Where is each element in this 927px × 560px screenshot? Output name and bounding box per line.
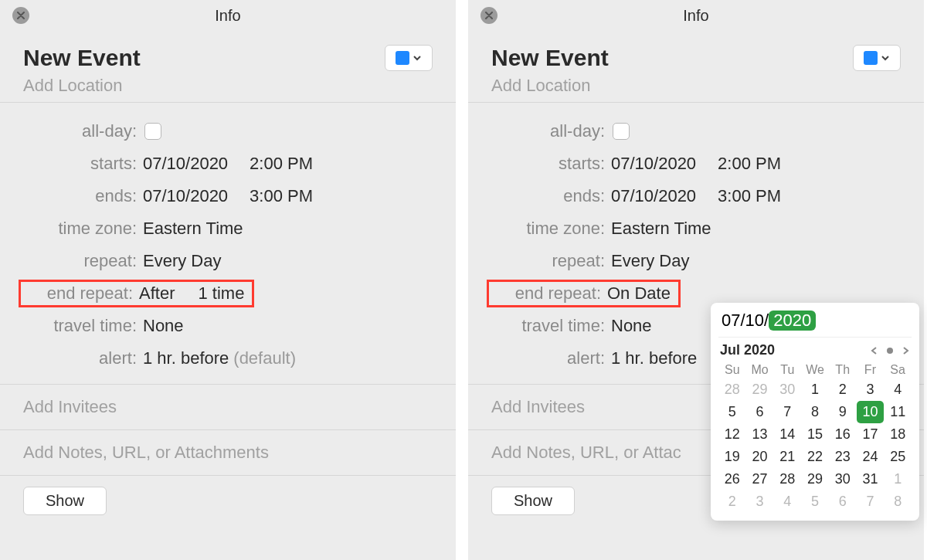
starts-time[interactable]: 2:00 PM [718,154,795,174]
calendar-day[interactable]: 24 [857,446,885,468]
calendar-day[interactable]: 5 [801,490,829,513]
calendar-day[interactable]: 1 [884,468,912,490]
starts-row[interactable]: starts: 07/10/2020 2:00 PM [23,148,433,180]
calendar-swatch-icon [396,51,409,65]
date-text-input[interactable]: 07/10/2020 [718,309,912,338]
repeat-value[interactable]: Every Day [143,251,221,271]
add-notes[interactable]: Add Notes, URL, or Attac [468,430,700,475]
today-dot-icon[interactable] [887,348,893,354]
add-invitees[interactable]: Add Invitees [0,385,456,429]
calendar-day[interactable]: 7 [857,490,885,513]
date-prefix: 07/10/ [722,311,769,331]
calendar-day[interactable]: 30 [773,378,801,401]
calendar-day[interactable]: 19 [718,446,746,468]
end-repeat-row[interactable]: end repeat: After 1 time [23,277,433,310]
ends-date[interactable]: 07/10/2020 [143,186,228,206]
starts-row[interactable]: starts: 07/10/2020 2:00 PM [491,148,901,180]
calendar-day[interactable]: 28 [718,378,746,401]
calendar-day[interactable]: 23 [829,446,857,468]
calendar-day[interactable]: 22 [801,446,829,468]
calendar-day[interactable]: 31 [857,468,885,490]
calendar-day[interactable]: 14 [773,423,801,446]
calendar-day[interactable]: 3 [746,490,774,513]
calendar-day[interactable]: 9 [829,401,857,423]
starts-date[interactable]: 07/10/2020 [611,154,696,174]
timezone-row[interactable]: time zone: Eastern Time [23,212,433,245]
calendar-day[interactable]: 11 [884,401,912,423]
ends-time[interactable]: 3:00 PM [718,186,795,206]
show-button[interactable]: Show [491,487,575,515]
next-month-icon[interactable] [901,346,910,355]
header: New Event Add Location [0,31,456,102]
travel-value[interactable]: None [143,316,184,336]
calendar-day[interactable]: 10 [857,401,885,423]
allday-label: all-day: [23,121,143,141]
starts-date[interactable]: 07/10/2020 [143,154,228,174]
calendar-day[interactable]: 29 [801,468,829,490]
allday-checkbox[interactable] [613,123,630,140]
calendar-day[interactable]: 13 [746,423,774,446]
calendar-color-picker[interactable] [853,45,901,71]
alert-row[interactable]: alert: 1 hr. before (default) [23,342,433,375]
calendar-day[interactable]: 4 [773,490,801,513]
repeat-row[interactable]: repeat: Every Day [491,245,901,277]
calendar-day[interactable]: 25 [884,446,912,468]
calendar-day[interactable]: 21 [773,446,801,468]
calendar-day[interactable]: 6 [746,401,774,423]
calendar-day[interactable]: 17 [857,423,885,446]
ends-time[interactable]: 3:00 PM [250,186,327,206]
add-location-placeholder[interactable]: Add Location [23,76,433,96]
allday-checkbox[interactable] [144,123,161,140]
timezone-value[interactable]: Eastern Time [611,219,711,239]
ends-row[interactable]: ends: 07/10/2020 3:00 PM [491,180,901,212]
calendar-day[interactable]: 5 [718,401,746,423]
prev-month-icon[interactable] [870,346,879,355]
calendar-color-picker[interactable] [385,45,433,71]
date-year-selected[interactable]: 2020 [769,311,816,331]
calendar-day[interactable]: 4 [884,378,912,401]
alert-value[interactable]: 1 hr. before [611,348,697,368]
calendar-day[interactable]: 18 [884,423,912,446]
alert-label: alert: [23,348,143,368]
end-repeat-count[interactable]: 1 time [198,283,244,304]
alert-label: alert: [491,348,611,368]
calendar-day[interactable]: 8 [801,401,829,423]
calendar-day[interactable]: 26 [718,468,746,490]
calendar-day[interactable]: 2 [718,490,746,513]
calendar-day[interactable]: 27 [746,468,774,490]
repeat-value[interactable]: Every Day [611,251,689,271]
calendar-day[interactable]: 15 [801,423,829,446]
calendar-day[interactable]: 2 [829,378,857,401]
calendar-day[interactable]: 8 [884,490,912,513]
alert-value[interactable]: 1 hr. before [143,348,229,368]
calendar-day[interactable]: 16 [829,423,857,446]
close-icon[interactable] [12,7,29,24]
ends-date[interactable]: 07/10/2020 [611,186,696,206]
travel-value[interactable]: None [611,316,652,336]
timezone-row[interactable]: time zone: Eastern Time [491,212,901,245]
event-inspector-after: Info New Event Add Location all-day: sta… [0,0,456,560]
show-button[interactable]: Show [23,487,107,515]
add-notes[interactable]: Add Notes, URL, or Attachments [0,430,456,475]
calendar-day[interactable]: 12 [718,423,746,446]
repeat-row[interactable]: repeat: Every Day [23,245,433,277]
event-title[interactable]: New Event [491,45,901,71]
calendar-day[interactable]: 3 [857,378,885,401]
event-title[interactable]: New Event [23,45,433,71]
calendar-day[interactable]: 6 [829,490,857,513]
calendar-day[interactable]: 28 [773,468,801,490]
ends-row[interactable]: ends: 07/10/2020 3:00 PM [23,180,433,212]
end-repeat-mode[interactable]: After [139,283,175,304]
calendar-nav [870,346,910,355]
calendar-day[interactable]: 30 [829,468,857,490]
calendar-day[interactable]: 20 [746,446,774,468]
starts-time[interactable]: 2:00 PM [250,154,327,174]
calendar-day[interactable]: 29 [746,378,774,401]
travel-row[interactable]: travel time: None [23,310,433,342]
calendar-day[interactable]: 1 [801,378,829,401]
end-repeat-mode[interactable]: On Date [607,283,671,304]
close-icon[interactable] [480,7,497,24]
calendar-day[interactable]: 7 [773,401,801,423]
add-location-placeholder[interactable]: Add Location [491,76,901,96]
timezone-value[interactable]: Eastern Time [143,219,243,239]
